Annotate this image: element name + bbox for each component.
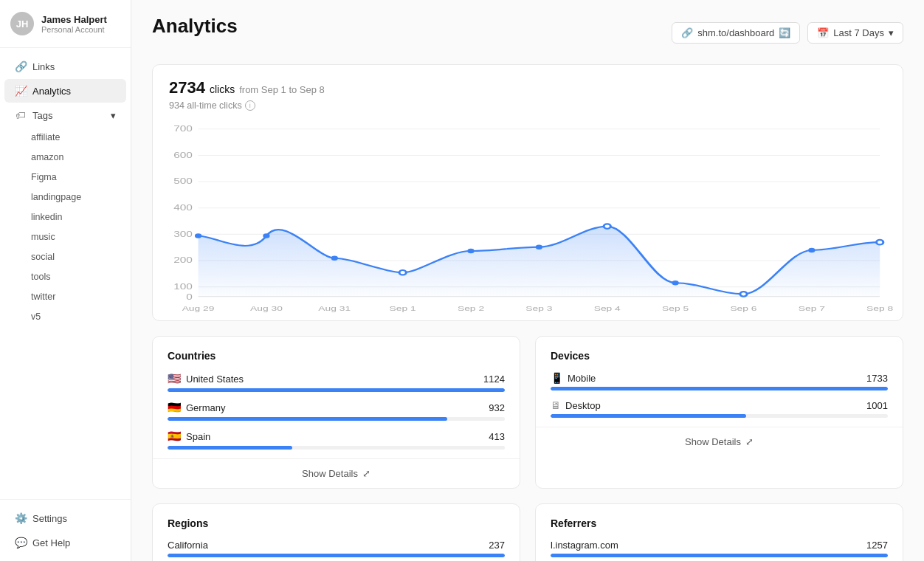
item-value: 1124 <box>483 374 505 385</box>
bar-fill <box>551 414 746 418</box>
bar-track <box>168 388 505 392</box>
item-name: 📱 Mobile <box>551 372 596 384</box>
bar-track <box>168 446 505 450</box>
countries-panel: Countries 🇺🇸 United States 1124 🇩🇪 Germa… <box>152 336 520 489</box>
expand-icon: ⤢ <box>745 436 754 447</box>
flag-icon: 🇪🇸 <box>168 430 182 443</box>
item-name: 🖥 Desktop <box>551 399 601 411</box>
user-name: James Halpert <box>41 14 107 25</box>
svg-text:Sep 2: Sep 2 <box>458 304 485 312</box>
clicks-chart: 700 600 500 400 300 200 100 0 <box>153 121 903 320</box>
svg-text:0: 0 <box>186 292 193 301</box>
list-item: 🇪🇸 Spain 413 <box>168 430 505 450</box>
svg-point-25 <box>808 248 815 252</box>
sidebar-nav: 🔗 Links 📈 Analytics 🏷 Tags ▾ affiliateam… <box>0 48 131 499</box>
svg-text:Sep 6: Sep 6 <box>730 304 757 312</box>
countries-show-details[interactable]: Show Details ⤢ <box>153 458 520 488</box>
bar-fill <box>168 554 505 557</box>
bar-track <box>551 387 888 390</box>
item-value: 413 <box>489 431 505 442</box>
sidebar-item-links[interactable]: 🔗 Links <box>4 55 126 78</box>
devices-title: Devices <box>551 350 888 362</box>
item-name: l.instagram.com <box>551 540 618 551</box>
sidebar-tag-item[interactable]: linkedin <box>4 207 126 227</box>
clicks-range: from Sep 1 to Sep 8 <box>239 84 325 95</box>
devices-panel: Devices 📱 Mobile 1733 🖥 Desktop <box>535 336 903 489</box>
sidebar-tag-item[interactable]: landingpage <box>4 187 126 207</box>
user-subtitle: Personal Account <box>41 25 107 34</box>
sidebar-tag-item[interactable]: twitter <box>4 287 126 306</box>
sidebar-tag-item[interactable]: music <box>4 227 126 247</box>
tags-header[interactable]: 🏷 Tags ▾ <box>4 103 126 127</box>
devices-list: 📱 Mobile 1733 🖥 Desktop 1001 <box>551 372 888 418</box>
list-item: 🖥 Desktop 1001 <box>551 399 888 418</box>
svg-point-17 <box>263 233 269 238</box>
bar-fill <box>551 387 888 390</box>
tags-section: 🏷 Tags ▾ affiliateamazonFigmalandingpage… <box>0 103 131 326</box>
bar-track <box>168 417 505 421</box>
svg-point-26 <box>877 240 883 244</box>
clicks-count: 2734 <box>169 78 205 97</box>
expand-icon: ⤢ <box>362 468 370 479</box>
user-profile[interactable]: JH James Halpert Personal Account <box>0 0 131 48</box>
svg-text:700: 700 <box>173 124 193 133</box>
date-btn-label: Last 7 Days <box>833 27 884 38</box>
svg-text:200: 200 <box>173 255 193 264</box>
bar-fill <box>168 446 292 450</box>
sidebar-item-help[interactable]: 💬 Get Help <box>4 531 126 554</box>
sidebar: JH James Halpert Personal Account 🔗 Link… <box>0 0 131 561</box>
avatar: JH <box>10 12 34 35</box>
svg-text:500: 500 <box>173 177 193 186</box>
svg-text:Sep 5: Sep 5 <box>662 304 689 312</box>
sidebar-tag-item[interactable]: amazon <box>4 148 126 167</box>
clicks-word: clicks <box>210 83 235 95</box>
bar-track <box>551 414 888 418</box>
device-icon: 🖥 <box>551 399 561 411</box>
item-name: 🇩🇪 Germany <box>168 401 225 414</box>
sidebar-item-settings[interactable]: ⚙️ Settings <box>4 506 126 530</box>
help-label: Get Help <box>32 537 70 548</box>
countries-devices-row: Countries 🇺🇸 United States 1124 🇩🇪 Germa… <box>152 336 903 489</box>
sidebar-tag-item[interactable]: social <box>4 247 126 266</box>
sidebar-analytics-label: Analytics <box>32 86 71 97</box>
countries-title: Countries <box>168 350 505 362</box>
svg-text:300: 300 <box>173 230 193 238</box>
list-item: California 237 <box>168 540 505 557</box>
sidebar-tag-item[interactable]: v5 <box>4 307 126 326</box>
svg-point-19 <box>399 270 406 275</box>
svg-text:600: 600 <box>173 151 193 159</box>
bar-fill <box>551 554 888 557</box>
all-time-label: 934 all-time clicks <box>169 100 242 111</box>
link-icon: 🔗 <box>15 61 27 72</box>
regions-title: Regions <box>168 517 505 529</box>
svg-text:100: 100 <box>173 282 193 291</box>
link-icon: 🔗 <box>681 27 693 38</box>
item-value: 932 <box>489 402 505 413</box>
svg-point-20 <box>467 249 474 253</box>
sidebar-item-analytics[interactable]: 📈 Analytics <box>4 79 126 103</box>
sidebar-tag-item[interactable]: affiliate <box>4 128 126 147</box>
svg-point-18 <box>331 256 338 261</box>
referrers-title: Referrers <box>551 517 888 529</box>
settings-label: Settings <box>32 513 67 524</box>
sidebar-tag-item[interactable]: Figma <box>4 168 126 187</box>
list-item: 📱 Mobile 1733 <box>551 372 888 390</box>
svg-text:Aug 29: Aug 29 <box>182 304 215 312</box>
date-range-button[interactable]: 📅 Last 7 Days ▾ <box>807 22 903 44</box>
bar-track <box>168 554 505 557</box>
link-button[interactable]: 🔗 shm.to/dashboard 🔄 <box>672 22 800 44</box>
item-value: 1733 <box>866 373 888 384</box>
countries-list: 🇺🇸 United States 1124 🇩🇪 Germany 932 <box>168 372 505 450</box>
list-item: 🇺🇸 United States 1124 <box>168 372 505 392</box>
svg-text:Sep 8: Sep 8 <box>866 304 894 312</box>
devices-show-details[interactable]: Show Details ⤢ <box>536 427 903 456</box>
sidebar-tag-item[interactable]: tools <box>4 267 126 286</box>
refresh-icon: 🔄 <box>779 27 790 38</box>
svg-text:Sep 4: Sep 4 <box>594 304 621 312</box>
svg-text:Aug 30: Aug 30 <box>250 304 283 312</box>
flag-icon: 🇩🇪 <box>168 401 182 414</box>
link-btn-label: shm.to/dashboard <box>697 27 774 38</box>
item-name: 🇪🇸 Spain <box>168 430 210 443</box>
referrers-panel: Referrers l.instagram.com 1257 t.me <box>535 503 903 561</box>
info-icon[interactable]: i <box>245 100 255 111</box>
